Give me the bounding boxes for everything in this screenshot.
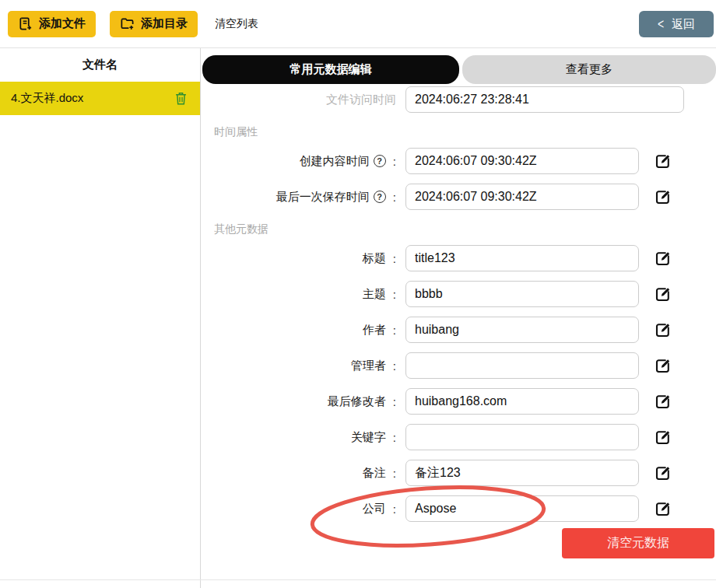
field-label: 公司 : [202, 502, 396, 516]
field-label: 备注 : [202, 466, 396, 481]
clear-list-link[interactable]: 清空列表 [215, 17, 258, 31]
label-colon: : [390, 359, 396, 373]
field-label: 最后修改者 : [202, 394, 396, 409]
topbar: 添加文件 添加目录 清空列表 < 返回 [0, 0, 716, 48]
content-created-time-row: 创建内容时间? : [202, 148, 716, 174]
edit-pencil-square-icon [655, 188, 672, 205]
last-saved-time-row: 最后一次保存时间? : [202, 184, 716, 210]
edit-pencil-square-icon [655, 429, 672, 446]
file-list-sidebar: 文件名 4.文天祥.docx [0, 48, 201, 588]
field-label-text: 最后修改者 [328, 394, 386, 409]
edit-pencil-square-icon [655, 500, 672, 517]
input-author[interactable] [405, 317, 639, 343]
edit-pencil-square-icon [655, 152, 672, 170]
edit-manager-button[interactable] [654, 356, 672, 375]
field-label-text: 主题 [363, 287, 386, 302]
edit-pencil-square-icon [655, 285, 672, 303]
help-icon[interactable]: ? [374, 191, 386, 203]
field-label: 文件访问时间 [202, 93, 396, 107]
input-content-created-time[interactable] [405, 148, 639, 174]
field-label-text: 管理者 [351, 359, 386, 373]
field-label: 管理者 : [202, 359, 396, 373]
input-last-modified-by[interactable] [405, 388, 639, 415]
chevron-left-icon: < [658, 16, 664, 32]
label-colon: : [390, 467, 396, 480]
manager-row: 管理者 : [202, 352, 716, 379]
tab-bar: 常用元数据编辑 查看更多 [202, 48, 716, 84]
field-label-text: 标题 [363, 251, 386, 266]
field-label: 关键字 : [202, 430, 396, 445]
title-row: 标题 : [202, 245, 716, 271]
edit-last-modified-by-button[interactable] [654, 392, 672, 411]
delete-file-button[interactable] [173, 89, 189, 107]
input-manager[interactable] [405, 352, 639, 379]
folder-plus-icon [120, 16, 135, 31]
input-company[interactable] [405, 495, 639, 522]
edit-company-button[interactable] [654, 499, 672, 518]
file-list-item-selected[interactable]: 4.文天祥.docx [0, 82, 200, 115]
label-colon: : [390, 191, 396, 204]
field-label: 作者 : [202, 323, 396, 338]
field-label: 创建内容时间? : [202, 154, 396, 169]
input-keywords[interactable] [405, 424, 639, 450]
file-access-time-row: 文件访问时间 [202, 86, 716, 113]
metadata-form: 文件访问时间时间属性创建内容时间? :最后一次保存时间? :其他元数据标题 :主… [202, 84, 716, 522]
back-label: 返回 [672, 17, 695, 32]
field-label-text: 关键字 [351, 430, 386, 445]
bottom-divider [0, 579, 716, 580]
edit-pencil-square-icon [655, 250, 672, 267]
author-row: 作者 : [202, 317, 716, 343]
field-label-text: 文件访问时间 [326, 93, 396, 107]
file-plus-icon [18, 16, 33, 31]
label-colon: : [390, 324, 396, 337]
add-file-button[interactable]: 添加文件 [8, 11, 96, 37]
back-button[interactable]: < 返回 [639, 11, 714, 37]
field-label-text: 备注 [363, 466, 386, 481]
label-colon: : [390, 155, 396, 168]
metadata-panel: 常用元数据编辑 查看更多 文件访问时间时间属性创建内容时间? :最后一次保存时间… [202, 48, 716, 588]
field-label-text: 最后一次保存时间 [276, 190, 370, 205]
edit-pencil-square-icon [655, 357, 672, 374]
edit-last-saved-time-button[interactable] [654, 187, 672, 206]
field-label-text: 作者 [363, 323, 386, 338]
keywords-row: 关键字 : [202, 424, 716, 450]
add-file-label: 添加文件 [39, 16, 86, 31]
label-colon: : [390, 431, 396, 444]
input-file-access-time[interactable] [405, 86, 684, 113]
add-directory-button[interactable]: 添加目录 [110, 11, 198, 37]
tab-common-metadata-edit[interactable]: 常用元数据编辑 [202, 55, 459, 84]
label-colon: : [390, 395, 396, 408]
field-label-text: 公司 [363, 502, 386, 516]
help-icon[interactable]: ? [374, 155, 386, 167]
label-colon: : [390, 288, 396, 301]
label-colon: : [390, 502, 396, 516]
edit-subject-button[interactable] [654, 285, 672, 303]
file-name: 4.文天祥.docx [11, 91, 83, 106]
input-title[interactable] [405, 245, 639, 271]
edit-comments-button[interactable] [654, 464, 672, 482]
edit-pencil-square-icon [655, 464, 672, 481]
section-label: 其他元数据 [214, 222, 716, 235]
input-last-saved-time[interactable] [405, 184, 639, 210]
field-label: 主题 : [202, 287, 396, 302]
input-comments[interactable] [405, 460, 639, 486]
add-directory-label: 添加目录 [141, 16, 188, 31]
edit-content-created-time-button[interactable] [654, 152, 672, 170]
last-modified-by-row: 最后修改者 : [202, 388, 716, 415]
tab-view-more[interactable]: 查看更多 [462, 55, 716, 84]
section-label: 时间属性 [214, 125, 716, 138]
trash-icon [174, 91, 188, 106]
edit-pencil-square-icon [655, 393, 672, 410]
edit-keywords-button[interactable] [654, 428, 672, 446]
field-label-text: 创建内容时间 [300, 154, 370, 169]
edit-title-button[interactable] [654, 249, 672, 268]
edit-pencil-square-icon [655, 321, 672, 338]
subject-row: 主题 : [202, 281, 716, 307]
field-label: 标题 : [202, 251, 396, 266]
edit-author-button[interactable] [654, 320, 672, 339]
field-label: 最后一次保存时间? : [202, 190, 396, 205]
input-subject[interactable] [405, 281, 639, 307]
label-colon: : [390, 252, 396, 265]
comments-row: 备注 : [202, 460, 716, 486]
clear-metadata-button[interactable]: 清空元数据 [562, 528, 714, 558]
